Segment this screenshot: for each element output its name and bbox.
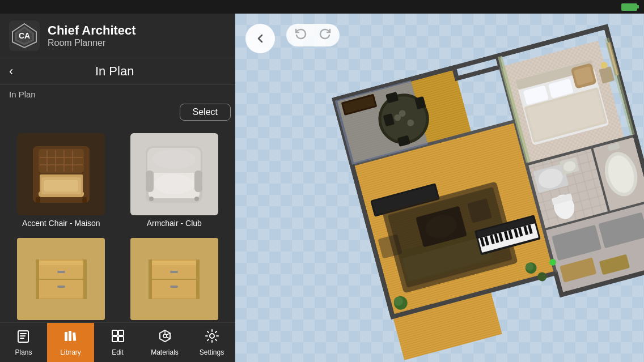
svg-rect-48 (20, 338, 24, 339)
status-bar (0, 0, 644, 14)
in-plan-label: In Plan (0, 85, 235, 101)
svg-rect-42 (150, 261, 198, 265)
app-logo: CA (9, 20, 40, 51)
nav-settings[interactable]: Settings (188, 323, 235, 362)
svg-rect-46 (20, 333, 27, 334)
svg-point-28 (194, 197, 199, 201)
library-icon (63, 329, 78, 347)
svg-rect-19 (44, 180, 78, 191)
svg-rect-34 (37, 261, 86, 265)
library-label: Library (60, 348, 81, 356)
svg-rect-43 (149, 259, 152, 299)
svg-rect-41 (170, 286, 178, 288)
nav-edit[interactable]: Edit (94, 323, 141, 362)
armchair-club-thumbnail (130, 133, 218, 215)
svg-rect-36 (83, 259, 87, 299)
svg-rect-15 (33, 173, 40, 193)
floorplan-area[interactable] (235, 14, 644, 362)
svg-rect-35 (36, 259, 39, 299)
app-title: Chief Architect (48, 23, 136, 38)
svg-rect-53 (118, 330, 124, 335)
nav-materials[interactable]: Materials (141, 323, 188, 362)
svg-rect-40 (170, 271, 178, 273)
nav-library[interactable]: Library (47, 323, 94, 362)
svg-point-23 (154, 174, 194, 194)
panel-title: In Plan (20, 64, 209, 79)
cabinet-2-thumbnail (130, 238, 218, 320)
main-container: CA Chief Architect Room Planner ‹ In Pla… (0, 14, 644, 362)
svg-rect-17 (36, 197, 40, 203)
plans-label: Plans (15, 348, 32, 356)
battery-indicator (621, 3, 637, 11)
svg-rect-24 (146, 171, 154, 192)
furniture-item-accent-chair[interactable]: Accent Chair - Maison (5, 127, 118, 232)
armchair-club-label: Armchair - Club (147, 219, 202, 228)
svg-text:CA: CA (19, 31, 30, 40)
svg-point-56 (163, 334, 167, 338)
svg-rect-44 (196, 259, 200, 299)
accent-chair-thumbnail (17, 133, 105, 215)
svg-point-27 (149, 197, 154, 201)
svg-rect-49 (65, 332, 67, 341)
svg-rect-47 (20, 335, 26, 337)
select-button[interactable]: Select (180, 104, 231, 121)
settings-icon (205, 329, 219, 347)
nav-plans[interactable]: Plans (0, 323, 47, 362)
edit-icon (111, 329, 125, 347)
select-bar: Select (0, 101, 235, 123)
furniture-item-armchair-club[interactable]: Armchair - Club (118, 127, 231, 232)
back-button[interactable]: ‹ (9, 65, 13, 78)
svg-rect-8 (39, 149, 84, 173)
settings-label: Settings (200, 348, 224, 356)
svg-rect-52 (112, 330, 117, 335)
app-header: CA Chief Architect Room Planner (0, 14, 235, 58)
svg-rect-32 (57, 271, 65, 273)
svg-rect-51 (73, 333, 76, 341)
svg-rect-33 (57, 286, 65, 288)
panel-header: ‹ In Plan (0, 58, 235, 85)
cabinet-1-thumbnail (17, 238, 105, 320)
svg-point-60 (210, 334, 214, 338)
svg-rect-54 (112, 337, 117, 342)
svg-rect-18 (82, 197, 87, 203)
bottom-nav: Plans Library (0, 322, 235, 362)
plans-icon (16, 329, 31, 347)
logo-text-block: Chief Architect Room Planner (48, 23, 136, 48)
svg-rect-55 (118, 337, 124, 342)
floorplan-svg (235, 14, 644, 362)
svg-rect-25 (194, 171, 202, 192)
edit-label: Edit (112, 348, 124, 356)
furniture-grid: Accent Chair - Maison (0, 123, 235, 322)
materials-icon (158, 329, 172, 347)
svg-point-26 (152, 150, 196, 169)
sidebar: CA Chief Architect Room Planner ‹ In Pla… (0, 14, 235, 362)
svg-rect-16 (83, 173, 90, 193)
furniture-item-cabinet-2[interactable]: Cabinet (118, 232, 231, 322)
svg-rect-50 (69, 331, 71, 341)
furniture-item-cabinet-1[interactable]: Cabinet (5, 232, 118, 322)
app-subtitle: Room Planner (48, 38, 136, 48)
materials-label: Materials (151, 348, 179, 356)
accent-chair-label: Accent Chair - Maison (22, 219, 100, 228)
